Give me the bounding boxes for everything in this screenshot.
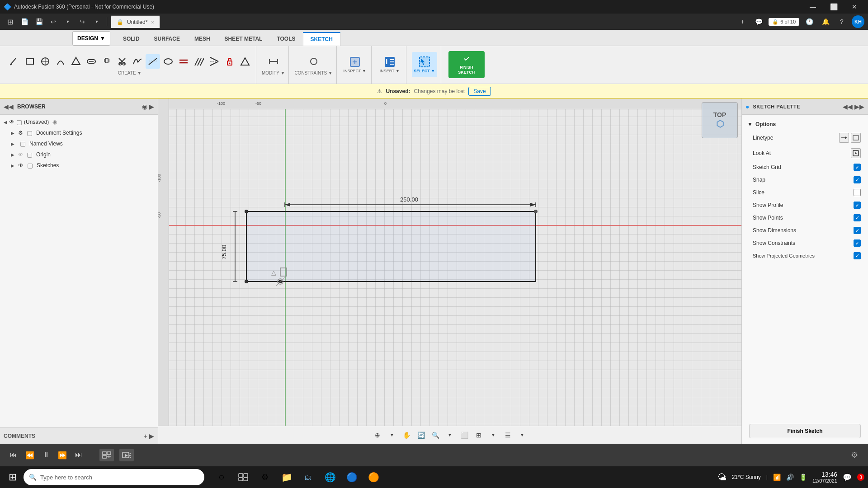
taskbar-explorer[interactable]: 📁 [277, 468, 297, 486]
line-tool-button[interactable] [7, 54, 22, 69]
start-button[interactable]: ⊞ [4, 468, 22, 486]
step-forward-button[interactable]: ⏩ [56, 449, 69, 461]
sketch-point[interactable] [245, 210, 248, 213]
slice-checkbox[interactable] [854, 189, 861, 196]
constraint-button[interactable] [307, 54, 321, 69]
tab-sketch[interactable]: SKETCH [303, 32, 340, 46]
skip-to-start-button[interactable]: ⏮ [7, 449, 20, 461]
bottom-dropdown-3[interactable]: ▼ [487, 429, 500, 441]
zoom-button[interactable]: 🔍 [429, 429, 442, 441]
tab-tools[interactable]: TOOLS [269, 32, 302, 46]
undo-dropdown-button[interactable]: ▼ [61, 16, 74, 27]
pan-button[interactable]: ✋ [400, 429, 413, 441]
document-tab[interactable]: 🔒 Untitled* × [111, 15, 160, 28]
origin-button[interactable]: ⊕ [371, 429, 384, 441]
arc-tool-button[interactable] [53, 54, 68, 69]
tab-mesh[interactable]: MESH [187, 32, 217, 46]
sketch-rectangle[interactable] [246, 211, 536, 282]
sketch-canvas[interactable]: 75.00 250.00 △ [158, 99, 741, 444]
show-profile-checkbox[interactable]: ✓ [854, 202, 861, 209]
linetype-btn-2[interactable] [851, 133, 861, 143]
chat-button[interactable]: 💬 [752, 15, 765, 28]
pattern-tool-button[interactable] [192, 54, 206, 69]
insert-button[interactable]: I INSERT ▼ [377, 52, 402, 77]
bottom-dropdown-4[interactable]: ▼ [516, 429, 528, 441]
browser-item-origin[interactable]: ▶ 👁 ▢ Origin [0, 149, 158, 160]
conic-tool-button[interactable] [146, 54, 160, 69]
help-button[interactable]: ? [835, 15, 848, 28]
playback-icon-1[interactable] [99, 449, 114, 461]
step-back-button[interactable]: ⏪ [24, 449, 36, 461]
save-file-button[interactable]: Save [468, 87, 491, 96]
undo-button[interactable]: ↩ [47, 16, 60, 27]
browser-item-named-views[interactable]: ▶ ▢ Named Views [0, 138, 158, 149]
tab-sheet-metal[interactable]: SHEET METAL [217, 32, 270, 46]
close-button[interactable]: ✕ [844, 0, 864, 14]
license-badge[interactable]: 🔒 6 of 10 [769, 18, 799, 26]
inspect-button[interactable]: INSPECT ▼ [342, 52, 368, 77]
tab-solid[interactable]: SOLID [116, 32, 147, 46]
sketch-grid-checkbox[interactable]: ✓ [854, 164, 861, 171]
taskbar-app-blue[interactable]: 🔵 [342, 468, 362, 486]
canvas-area[interactable]: -100 -50 0 -100 -50 TOP ⬡ [158, 99, 741, 444]
trim-tool-button[interactable] [115, 54, 129, 69]
finish-sketch-palette-button[interactable]: Finish Sketch [749, 424, 861, 438]
palette-pin-button[interactable]: ◀◀ [843, 103, 853, 110]
show-constraints-checkbox[interactable]: ✓ [854, 239, 861, 247]
taskbar-chrome[interactable]: 🌐 [320, 468, 340, 486]
add-comment-button[interactable]: + [144, 432, 147, 440]
tab-surface[interactable]: SURFACE [147, 32, 187, 46]
notification-icon[interactable]: 💬 [843, 473, 852, 482]
taskbar-app-orange[interactable]: 🟠 [363, 468, 383, 486]
rectangle-tool-button[interactable] [23, 54, 37, 69]
clock-button[interactable]: 🕐 [803, 15, 816, 28]
palette-expand-button[interactable]: ▶▶ [854, 103, 864, 110]
browser-item-unsaved[interactable]: ◀ 👁 ▢ (Unsaved) ◉ [0, 117, 158, 127]
avatar[interactable]: KH [852, 15, 864, 28]
view-mode-button[interactable]: ⬜ [458, 429, 471, 441]
mirror-tool-button[interactable] [176, 54, 191, 69]
spline-tool-button[interactable] [130, 54, 145, 69]
taskbar-task-view[interactable] [233, 468, 253, 486]
browser-menu-button[interactable]: ▶ [149, 103, 154, 110]
redo-dropdown-button[interactable]: ▼ [90, 16, 103, 27]
finish-sketch-toolbar-button[interactable]: FINISH SKETCH [448, 51, 485, 78]
comments-pin-button[interactable]: ▶ [149, 432, 154, 440]
settings-gear-button[interactable]: ⚙ [848, 449, 861, 461]
new-tab-button[interactable]: + [736, 15, 749, 28]
grid-menu-button[interactable]: ⊞ [4, 16, 16, 27]
palette-section-options[interactable]: ▼ Options [742, 118, 868, 130]
browser-item-sketches[interactable]: ▶ 👁 ▢ Sketches [0, 160, 158, 171]
snap-checkbox[interactable]: ✓ [854, 176, 861, 183]
orbit-button[interactable]: 🔄 [415, 429, 427, 441]
sketch-point[interactable] [245, 280, 248, 283]
sketch-fillet-button[interactable] [238, 54, 252, 69]
taskbar-settings[interactable]: ⚙ [255, 468, 275, 486]
show-projected-checkbox[interactable]: ✓ [854, 252, 861, 259]
linetype-btn-1[interactable] [839, 133, 849, 143]
offset-tool-button[interactable] [207, 54, 222, 69]
minimize-button[interactable]: — [803, 0, 823, 14]
playback-icon-2[interactable] [119, 449, 134, 461]
ellipse-tool-button[interactable] [161, 54, 175, 69]
sketch-point[interactable] [534, 210, 538, 213]
look-at-button[interactable] [851, 148, 861, 158]
point-tool-button[interactable] [99, 54, 114, 69]
project-tool-button[interactable] [222, 54, 237, 69]
close-tab-button[interactable]: × [151, 19, 154, 25]
polygon-tool-button[interactable] [69, 54, 83, 69]
show-points-checkbox[interactable]: ✓ [854, 214, 861, 221]
display-settings-button[interactable]: ⊞ [472, 429, 485, 441]
play-pause-button[interactable]: ⏸ [40, 449, 52, 461]
slot-tool-button[interactable] [84, 54, 99, 69]
redo-button[interactable]: ↪ [76, 16, 89, 27]
skip-to-end-button[interactable]: ⏭ [72, 449, 85, 461]
save-button[interactable]: 💾 [33, 16, 45, 27]
bottom-dropdown-2[interactable]: ▼ [443, 429, 456, 441]
select-button[interactable]: SELECT ▼ [412, 52, 437, 77]
maximize-button[interactable]: ⬜ [824, 0, 844, 14]
taskbar-app-rar[interactable]: 🗂 [298, 468, 318, 486]
browser-item-doc-settings[interactable]: ▶ ⚙ ▢ Document Settings [0, 127, 158, 138]
taskbar-search[interactable]: 🔍 Type here to search [24, 469, 204, 485]
bottom-dropdown-1[interactable]: ▼ [386, 429, 398, 441]
